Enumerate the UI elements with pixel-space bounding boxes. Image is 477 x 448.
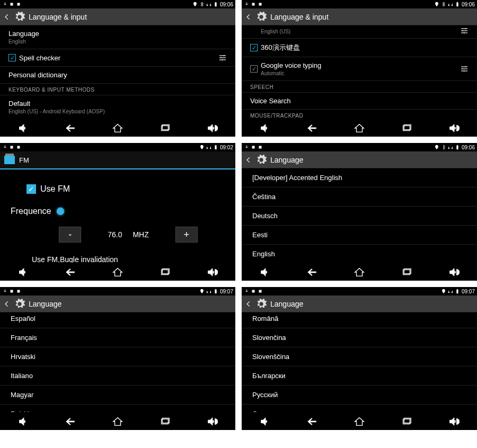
volume-up-icon[interactable] <box>448 266 460 278</box>
lang-value-row[interactable]: English (US) <box>242 25 477 39</box>
list-item[interactable]: English <box>242 245 477 263</box>
gear-icon <box>255 11 267 23</box>
settings-sliders-icon[interactable] <box>218 53 227 62</box>
home-icon[interactable] <box>112 416 123 427</box>
svg-rect-27 <box>215 145 216 146</box>
voice-search-row[interactable]: Voice Search <box>242 93 477 110</box>
back-chevron-icon[interactable] <box>3 13 11 21</box>
panel-language-list-1: 09:06 Language [Developer] Accented Engl… <box>242 143 477 281</box>
location-icon <box>199 145 205 150</box>
back-icon[interactable] <box>65 266 76 278</box>
volume-down-icon[interactable] <box>17 416 29 427</box>
bluetooth-icon <box>441 145 446 150</box>
demo-kb-checkbox[interactable] <box>250 44 258 51</box>
list-item[interactable]: Čeština <box>242 187 477 207</box>
back-chevron-icon[interactable] <box>245 156 252 164</box>
appbar-title: Language & input <box>270 13 329 21</box>
use-fm-row[interactable]: Use FM <box>26 184 225 194</box>
settings-sliders-icon[interactable] <box>460 65 469 73</box>
list-item[interactable]: Eesti <box>242 226 477 245</box>
list-item[interactable]: Српски <box>242 405 477 412</box>
battery-icon <box>455 2 460 7</box>
back-chevron-icon[interactable] <box>245 13 252 21</box>
back-icon[interactable] <box>306 266 318 278</box>
recent-icon[interactable] <box>401 122 412 134</box>
list-item[interactable]: Hrvatski <box>0 347 235 366</box>
back-chevron-icon[interactable] <box>3 300 11 308</box>
list-item[interactable]: Polski <box>0 405 235 412</box>
volume-down-icon[interactable] <box>17 266 29 278</box>
battery-icon <box>213 289 218 294</box>
back-icon[interactable] <box>306 416 318 427</box>
appbar-title: FM <box>19 156 29 164</box>
volume-down-icon[interactable] <box>259 266 271 278</box>
volume-down-icon[interactable] <box>259 122 271 134</box>
volume-down-icon[interactable] <box>259 416 271 427</box>
home-icon[interactable] <box>112 266 123 278</box>
home-icon[interactable] <box>354 416 365 427</box>
list-item[interactable]: Español <box>0 312 235 328</box>
list-item[interactable]: Magyar <box>0 386 235 405</box>
spell-checker-row[interactable]: Spell checker <box>0 49 235 67</box>
home-icon[interactable] <box>112 122 123 134</box>
svg-rect-30 <box>252 146 255 149</box>
default-keyboard-row[interactable]: Default English (US) - Android Keyboard … <box>0 95 235 119</box>
list-item[interactable]: Română <box>242 312 477 328</box>
volume-up-icon[interactable] <box>448 122 460 134</box>
location-icon <box>441 289 446 294</box>
download-icon <box>2 289 7 294</box>
recent-icon[interactable] <box>159 266 171 278</box>
personal-dictionary-row[interactable]: Personal dictionary <box>0 67 235 84</box>
list-item[interactable]: [Developer] Accented English <box>242 168 477 187</box>
svg-point-21 <box>464 70 465 72</box>
location-icon <box>192 2 198 7</box>
language-row[interactable]: Language English <box>0 25 235 49</box>
list-item[interactable]: Italiano <box>0 366 235 386</box>
demo-keyboard-row[interactable]: 360演示键盘 <box>242 39 477 57</box>
spell-checker-checkbox[interactable] <box>8 54 16 61</box>
list-item[interactable]: Slovenčina <box>242 328 477 347</box>
list-item[interactable]: Български <box>242 366 477 386</box>
recent-icon[interactable] <box>159 416 171 427</box>
google-voice-row[interactable]: Google voice typing Automatic <box>242 57 477 81</box>
list-item[interactable]: Français <box>0 328 235 347</box>
volume-up-icon[interactable] <box>206 266 218 278</box>
rect-icon-2 <box>16 145 21 150</box>
clock: 09:06 <box>220 2 233 7</box>
recent-icon[interactable] <box>401 416 412 427</box>
svg-rect-38 <box>215 290 216 294</box>
radio-dot-icon <box>57 208 64 215</box>
svg-point-16 <box>465 28 466 30</box>
freq-minus-button[interactable]: - <box>59 227 81 243</box>
svg-rect-33 <box>457 145 458 146</box>
list-item[interactable]: Русский <box>242 386 477 405</box>
svg-point-6 <box>222 59 224 61</box>
volume-down-icon[interactable] <box>17 122 29 134</box>
volume-up-icon[interactable] <box>206 122 218 134</box>
back-icon[interactable] <box>65 122 76 134</box>
freq-plus-button[interactable]: + <box>175 227 198 243</box>
lang-value: English (US) <box>261 29 290 34</box>
status-bar: 09:06 <box>0 0 235 8</box>
recent-icon[interactable] <box>401 266 412 278</box>
list-item[interactable]: Slovenščina <box>242 347 477 366</box>
battery-icon <box>455 289 460 294</box>
home-icon[interactable] <box>354 266 365 278</box>
back-icon[interactable] <box>306 122 318 134</box>
rect-icon-2 <box>16 2 21 7</box>
back-icon[interactable] <box>65 416 76 427</box>
list-item[interactable]: Deutsch <box>242 207 477 226</box>
rect-icon <box>251 145 256 150</box>
settings-sliders-icon[interactable] <box>460 26 469 35</box>
home-icon[interactable] <box>354 122 365 134</box>
nav-bar <box>0 412 235 430</box>
back-chevron-icon[interactable] <box>245 300 252 308</box>
volume-up-icon[interactable] <box>448 416 460 427</box>
svg-rect-24 <box>11 146 13 149</box>
recent-icon[interactable] <box>159 122 171 134</box>
panel-language-list-2: 09:07 Language Español Français Hrvatski… <box>0 287 235 430</box>
download-icon <box>244 145 249 150</box>
use-fm-checkbox[interactable] <box>26 184 36 194</box>
volume-up-icon[interactable] <box>206 416 218 427</box>
nav-bar <box>242 119 477 137</box>
